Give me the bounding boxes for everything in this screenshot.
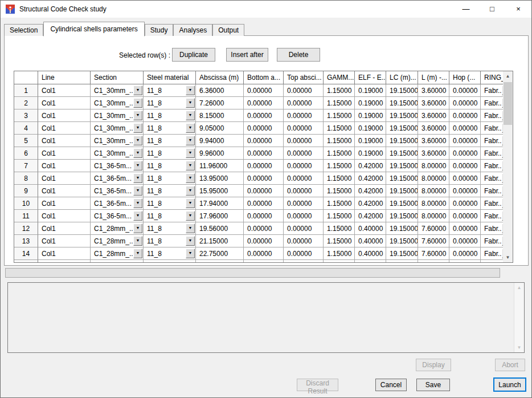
row-number-cell[interactable]: 6 bbox=[14, 147, 38, 160]
table-cell[interactable]: 19.56000 bbox=[196, 222, 244, 235]
table-cell[interactable]: 0.42000 bbox=[355, 210, 386, 222]
save-button[interactable]: Save bbox=[416, 379, 450, 391]
table-cell[interactable]: 9.96000 bbox=[196, 147, 244, 160]
table-cell[interactable]: C1_28mm_...▼ bbox=[91, 247, 144, 260]
table-cell[interactable]: C1_30mm_...▼ bbox=[91, 84, 144, 97]
table-cell[interactable]: 19.15000 bbox=[386, 247, 418, 260]
table-cell[interactable]: Fabr...▼ bbox=[481, 97, 503, 109]
table-cell[interactable]: Col1 bbox=[38, 84, 91, 97]
table-cell[interactable]: 19.15000 bbox=[386, 235, 418, 247]
table-cell[interactable]: Col1 bbox=[38, 109, 91, 122]
table-cell[interactable]: 17.96000 bbox=[196, 210, 244, 222]
row-number-cell[interactable]: 14 bbox=[14, 247, 38, 260]
insert-after-button[interactable]: Insert after bbox=[226, 48, 268, 62]
table-cell[interactable]: 0.00000 bbox=[284, 160, 324, 172]
delete-button[interactable]: Delete bbox=[277, 48, 320, 62]
table-cell[interactable]: Col1 bbox=[38, 222, 91, 235]
table-cell[interactable]: 1.15000 bbox=[324, 185, 355, 197]
dropdown-arrow-icon[interactable]: ▼ bbox=[133, 98, 142, 108]
table-cell[interactable]: C1_30mm_...▼ bbox=[91, 109, 144, 122]
table-cell[interactable]: Fabr...▼ bbox=[481, 160, 503, 172]
table-cell[interactable]: 0.00000 bbox=[244, 97, 284, 109]
table-cell[interactable]: C1_28mm_...▼ bbox=[91, 235, 144, 247]
table-cell[interactable]: 0.00000 bbox=[449, 147, 481, 160]
table-cell[interactable]: 0.00000 bbox=[449, 160, 481, 172]
table-cell[interactable]: 1.15000 bbox=[324, 160, 355, 172]
table-cell[interactable]: 0.00000 bbox=[449, 235, 481, 247]
table-cell[interactable]: 0.00000 bbox=[449, 247, 481, 260]
table-cell[interactable]: 0.00000 bbox=[244, 109, 284, 122]
scrollbar-thumb[interactable] bbox=[504, 82, 512, 125]
table-cell[interactable]: 19.15000 bbox=[386, 147, 418, 160]
table-cell[interactable]: Fabr...▼ bbox=[481, 135, 503, 147]
table-cell[interactable]: 0.00000 bbox=[244, 235, 284, 247]
dropdown-arrow-icon[interactable]: ▼ bbox=[186, 249, 195, 258]
table-cell[interactable]: 0.19000 bbox=[355, 147, 386, 160]
table-cell[interactable]: 19.15000 bbox=[386, 97, 418, 109]
dropdown-arrow-icon[interactable]: ▼ bbox=[133, 186, 142, 196]
dropdown-arrow-icon[interactable]: ▼ bbox=[186, 86, 195, 95]
table-cell[interactable]: 0.42000 bbox=[355, 160, 386, 172]
table-cell[interactable]: 11_8▼ bbox=[144, 109, 196, 122]
table-cell[interactable]: 7.60000 bbox=[418, 222, 449, 235]
dropdown-arrow-icon[interactable]: ▼ bbox=[133, 136, 142, 145]
table-cell[interactable]: Col1 bbox=[38, 135, 91, 147]
launch-button[interactable]: Launch bbox=[493, 377, 526, 392]
table-cell[interactable]: C1_36-5m...▼ bbox=[91, 172, 144, 185]
table-cell[interactable]: 0.00000 bbox=[449, 197, 481, 210]
table-cell[interactable]: 0.00000 bbox=[449, 109, 481, 122]
table-cell[interactable]: 19.15000 bbox=[386, 122, 418, 135]
table-cell[interactable]: 11_8▼ bbox=[144, 160, 196, 172]
table-cell[interactable]: 0.00000 bbox=[244, 122, 284, 135]
table-cell[interactable]: 0.19000 bbox=[355, 109, 386, 122]
table-cell[interactable]: 0.19000 bbox=[355, 97, 386, 109]
table-cell[interactable]: Col1 bbox=[38, 247, 91, 260]
table-cell[interactable]: Fabr...▼ bbox=[481, 109, 503, 122]
table-cell[interactable]: 0.00000 bbox=[284, 97, 324, 109]
table-cell[interactable]: 0.00000 bbox=[449, 97, 481, 109]
table-cell[interactable]: C1_36-5m...▼ bbox=[91, 197, 144, 210]
abort-button[interactable]: Abort bbox=[495, 359, 525, 371]
table-cell[interactable]: 0.00000 bbox=[244, 135, 284, 147]
table-cell[interactable]: 1.15000 bbox=[324, 84, 355, 97]
table-cell[interactable]: 0.00000 bbox=[284, 235, 324, 247]
minimize-button[interactable]: — bbox=[453, 1, 479, 18]
table-cell[interactable]: 11_8▼ bbox=[144, 185, 196, 197]
table-cell[interactable]: 11_8▼ bbox=[144, 172, 196, 185]
table-cell[interactable]: 0.00000 bbox=[449, 84, 481, 97]
row-number-cell[interactable]: 2 bbox=[14, 97, 38, 109]
table-cell[interactable]: 0.00000 bbox=[244, 147, 284, 160]
table-cell[interactable]: 8.00000 bbox=[418, 160, 449, 172]
table-cell[interactable]: 0.00000 bbox=[284, 135, 324, 147]
table-cell[interactable]: Col1 bbox=[38, 235, 91, 247]
table-cell[interactable]: 0.00000 bbox=[449, 135, 481, 147]
table-cell[interactable]: 3.60000 bbox=[418, 135, 449, 147]
table-cell[interactable]: 8.15000 bbox=[196, 109, 244, 122]
table-cell[interactable]: Fabr...▼ bbox=[481, 235, 503, 247]
table-cell[interactable]: Fabr...▼ bbox=[481, 84, 503, 97]
table-cell[interactable]: 0.00000 bbox=[449, 222, 481, 235]
display-button[interactable]: Display bbox=[416, 359, 451, 371]
table-cell[interactable]: 0.42000 bbox=[355, 185, 386, 197]
dropdown-arrow-icon[interactable]: ▼ bbox=[186, 148, 195, 158]
table-cell[interactable]: 0.00000 bbox=[284, 222, 324, 235]
table-cell[interactable]: 0.00000 bbox=[244, 84, 284, 97]
table-cell[interactable]: 0.00000 bbox=[284, 122, 324, 135]
table-cell[interactable]: 0.00000 bbox=[284, 197, 324, 210]
cancel-button[interactable]: Cancel bbox=[375, 379, 407, 391]
dropdown-arrow-icon[interactable]: ▼ bbox=[186, 224, 195, 233]
row-number-cell[interactable]: 12 bbox=[14, 222, 38, 235]
table-cell[interactable]: 0.00000 bbox=[244, 160, 284, 172]
table-cell[interactable]: C1_30mm_...▼ bbox=[91, 122, 144, 135]
dropdown-arrow-icon[interactable]: ▼ bbox=[186, 136, 195, 145]
dropdown-arrow-icon[interactable]: ▼ bbox=[133, 211, 142, 221]
row-number-cell[interactable]: 3 bbox=[14, 109, 38, 122]
table-cell[interactable]: 17.94000 bbox=[196, 197, 244, 210]
table-cell[interactable]: 0.00000 bbox=[284, 84, 324, 97]
table-cell[interactable]: 19.15000 bbox=[386, 135, 418, 147]
table-cell[interactable]: 0.00000 bbox=[244, 222, 284, 235]
maximize-button[interactable]: □ bbox=[479, 1, 505, 18]
table-vertical-scrollbar[interactable]: ▲ ▼ bbox=[503, 71, 513, 262]
table-cell[interactable]: 0.00000 bbox=[244, 247, 284, 260]
dropdown-arrow-icon[interactable]: ▼ bbox=[133, 86, 142, 95]
